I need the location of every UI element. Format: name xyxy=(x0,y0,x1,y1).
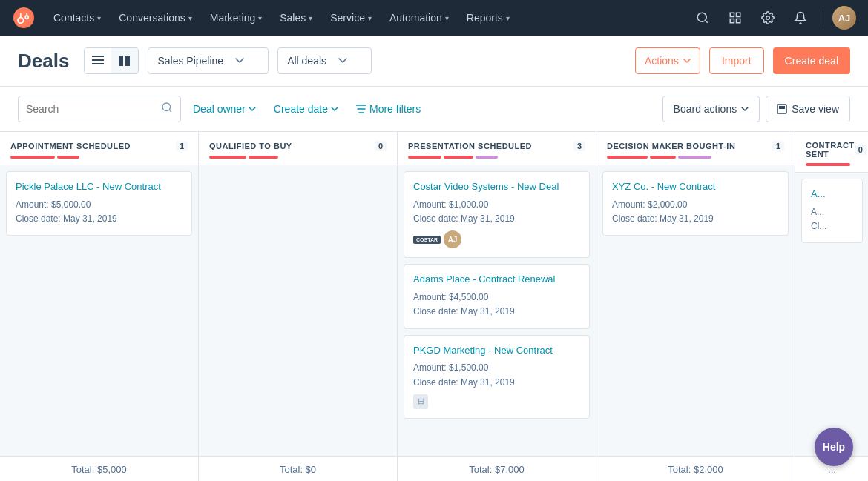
import-button[interactable]: Import xyxy=(709,47,764,74)
actions-button[interactable]: Actions xyxy=(635,47,700,74)
filter-selector[interactable]: All deals xyxy=(277,47,372,74)
nav-sales[interactable]: Sales ▾ xyxy=(271,0,321,36)
nav-marketing[interactable]: Marketing ▾ xyxy=(201,0,271,36)
deal-meta: Amount: $5,000.00Close date: May 31, 201… xyxy=(16,198,183,226)
nav-automation[interactable]: Automation ▾ xyxy=(381,0,458,36)
deal-card[interactable]: PKGD Marketing - New ContractAmount: $1,… xyxy=(404,335,590,419)
progress-bar xyxy=(678,156,711,159)
progress-bar xyxy=(249,156,278,159)
svg-rect-9 xyxy=(92,59,104,61)
column-footer: Total: $2,000 xyxy=(596,456,795,481)
board-view-button[interactable] xyxy=(111,48,138,73)
deal-name[interactable]: XYZ Co. - New Contract xyxy=(612,181,779,193)
deal-card[interactable]: Pickle Palace LLC - New ContractAmount: … xyxy=(6,171,192,236)
table-icon: ⊟ xyxy=(413,394,428,409)
column-footer: Total: $5,000 xyxy=(0,456,198,481)
help-button[interactable]: Help xyxy=(815,428,853,466)
deals-board: APPOINTMENT SCHEDULED1Pickle Palace LLC … xyxy=(0,132,868,481)
board-actions-button[interactable]: Board actions xyxy=(662,96,760,122)
deal-name[interactable]: PKGD Marketing - New Contract xyxy=(413,345,580,357)
nav-contacts[interactable]: Contacts ▾ xyxy=(45,0,110,36)
page-title: Deals xyxy=(18,50,69,73)
svg-line-2 xyxy=(705,20,707,22)
deal-icon-row: ⊟ xyxy=(413,394,580,409)
svg-point-0 xyxy=(13,7,34,28)
progress-bar xyxy=(209,156,246,159)
view-toggle xyxy=(84,47,139,74)
svg-rect-10 xyxy=(92,63,104,64)
progress-bar xyxy=(650,156,676,159)
deal-name[interactable]: Adams Place - Contract Renewal xyxy=(413,273,580,286)
deal-card[interactable]: XYZ Co. - New ContractAmount: $2,000.00C… xyxy=(602,171,789,236)
deal-meta: Amount: $2,000.00Close date: May 31, 201… xyxy=(612,198,779,226)
search-icon xyxy=(161,102,173,116)
column-title: CONTRACT SENT xyxy=(806,141,855,159)
search-box[interactable] xyxy=(18,96,181,122)
chevron-down-icon: ▾ xyxy=(258,14,262,22)
notifications-icon[interactable] xyxy=(787,4,814,31)
svg-point-7 xyxy=(766,16,770,20)
create-deal-button[interactable]: Create deal xyxy=(773,47,850,74)
board-column-presentation-scheduled: PRESENTATION SCHEDULED3Costar Video Syst… xyxy=(398,132,596,481)
svg-rect-8 xyxy=(92,56,104,57)
column-footer: Total: $7,000 xyxy=(398,456,596,481)
column-cards: XYZ Co. - New ContractAmount: $2,000.00C… xyxy=(596,165,795,456)
marketplace-icon[interactable] xyxy=(722,4,749,31)
company-logo: COSTAR xyxy=(413,236,441,244)
column-count: 0 xyxy=(855,145,867,155)
create-date-filter[interactable]: Create date xyxy=(268,96,344,122)
hubspot-logo[interactable] xyxy=(12,6,36,30)
deal-name[interactable]: Pickle Palace LLC - New Contract xyxy=(16,181,183,193)
svg-rect-5 xyxy=(730,19,734,23)
svg-rect-4 xyxy=(737,13,740,16)
deal-card[interactable]: Adams Place - Contract RenewalAmount: $4… xyxy=(404,264,590,328)
pipeline-selector[interactable]: Sales Pipeline xyxy=(148,47,269,74)
svg-line-14 xyxy=(169,110,171,112)
column-cards xyxy=(199,165,397,456)
nav-right-section: AJ xyxy=(689,4,856,31)
settings-icon[interactable] xyxy=(754,4,781,31)
progress-bar xyxy=(57,156,79,159)
deal-meta: Amount: $4,500.00Close date: May 31, 201… xyxy=(413,291,580,319)
deal-owner-filter[interactable]: Deal owner xyxy=(187,96,262,122)
svg-point-1 xyxy=(697,13,706,21)
column-header: PRESENTATION SCHEDULED3 xyxy=(398,132,596,165)
deal-card[interactable]: A...A...Cl... xyxy=(801,179,863,243)
save-view-button[interactable]: Save view xyxy=(766,96,850,122)
nav-divider xyxy=(823,9,823,27)
nav-conversations[interactable]: Conversations ▾ xyxy=(110,0,201,36)
deal-card[interactable]: Costar Video Systems - New DealAmount: $… xyxy=(404,171,590,258)
deal-name[interactable]: Costar Video Systems - New Deal xyxy=(413,181,580,193)
progress-bar xyxy=(444,156,473,159)
nav-service[interactable]: Service ▾ xyxy=(321,0,381,36)
list-view-button[interactable] xyxy=(85,48,111,73)
search-icon[interactable] xyxy=(689,4,716,31)
board-column-appointment-scheduled: APPOINTMENT SCHEDULED1Pickle Palace LLC … xyxy=(0,132,199,481)
avatar[interactable]: AJ xyxy=(832,6,856,30)
svg-rect-11 xyxy=(119,56,123,66)
column-header: CONTRACT SENT0 xyxy=(795,132,868,173)
column-header: APPOINTMENT SCHEDULED1 xyxy=(0,132,198,165)
progress-bar xyxy=(408,156,441,159)
column-title: PRESENTATION SCHEDULED xyxy=(408,142,532,150)
search-input[interactable] xyxy=(26,103,161,115)
chevron-down-icon: ▾ xyxy=(309,14,312,22)
nav-reports[interactable]: Reports ▾ xyxy=(458,0,519,36)
board-column-decision-maker-bought-in: DECISION MAKER BOUGHT-IN1XYZ Co. - New C… xyxy=(596,132,795,481)
column-title: DECISION MAKER BOUGHT-IN xyxy=(607,142,735,150)
chevron-down-icon: ▾ xyxy=(188,14,192,22)
column-count: 0 xyxy=(375,141,387,151)
column-title: QUALIFIED TO BUY xyxy=(209,142,292,150)
chevron-down-icon: ▾ xyxy=(97,14,101,22)
progress-bar xyxy=(806,163,850,166)
deal-name[interactable]: A... xyxy=(811,188,853,201)
more-filters-button[interactable]: More filters xyxy=(350,96,427,122)
board-column-qualified-to-buy: QUALIFIED TO BUY0Total: $0 xyxy=(199,132,398,481)
column-count: 3 xyxy=(573,141,585,151)
deal-meta: Amount: $1,500.00Close date: May 31, 201… xyxy=(413,361,580,389)
progress-bar xyxy=(10,156,55,159)
column-cards: Pickle Palace LLC - New ContractAmount: … xyxy=(0,165,198,456)
page-header: Deals Sales Pipeline All deals Actions I… xyxy=(0,36,868,87)
deal-meta: A...Cl... xyxy=(811,205,853,233)
column-header: DECISION MAKER BOUGHT-IN1 xyxy=(596,132,795,165)
